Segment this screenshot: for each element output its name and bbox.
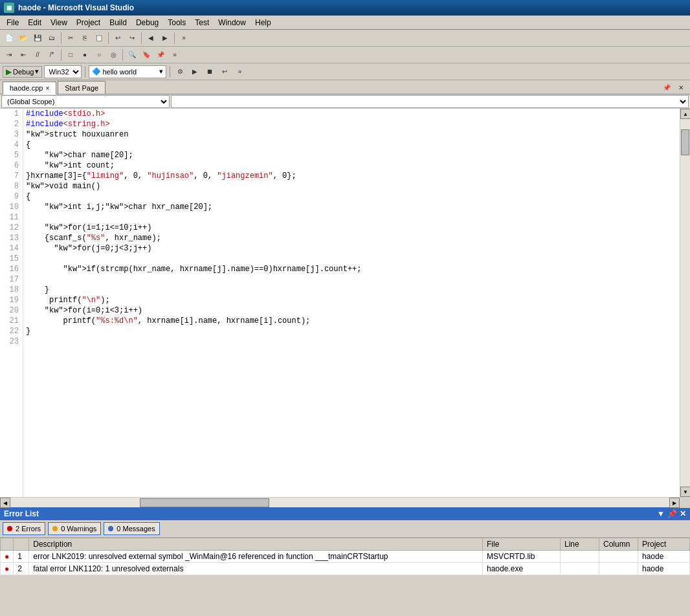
scroll-right-arrow[interactable]: ▶ [669, 498, 680, 508]
col-project[interactable]: Project [638, 538, 690, 551]
sep5 [61, 49, 61, 61]
save-all-button[interactable]: 🗂 [45, 32, 58, 45]
error-num-cell: 2 [14, 563, 29, 575]
table-row[interactable]: ● 2 fatal error LNK1120: 1 unresolved ex… [1, 563, 690, 575]
float-error-panel-button[interactable]: 📌 [667, 509, 677, 518]
function-select[interactable] [171, 95, 689, 108]
title-bar: ▣ haode - Microsoft Visual Studio [0, 0, 690, 16]
toolbar-dbg-btn4[interactable]: ↩ [218, 65, 231, 78]
copy-button[interactable]: ⎘ [78, 32, 91, 45]
sep3 [141, 32, 142, 44]
horizontal-scrollbar[interactable]: ◀ ▶ [0, 497, 690, 507]
platform-select[interactable]: Win32 [44, 65, 82, 78]
tb-bkpt2-btn[interactable]: ○ [93, 49, 106, 61]
new-file-button[interactable]: 📄 [3, 32, 16, 45]
app-icon: ▣ [4, 3, 14, 13]
tb-bkmk2-btn[interactable]: 📌 [154, 49, 167, 61]
toolbar-more[interactable]: » [177, 32, 190, 45]
toolbar-dbg-btn5[interactable]: » [233, 65, 246, 78]
code-content[interactable]: #include<stdio.h>#include<string.h>"kw">… [23, 109, 680, 497]
scope-select[interactable]: (Global Scope) [1, 95, 170, 108]
toolbar-dbg-btn1[interactable]: ⚙ [173, 65, 186, 78]
col-line[interactable]: Line [561, 538, 599, 551]
error-desc-cell: fatal error LNK1120: 1 unresolved extern… [29, 563, 483, 575]
error-desc-cell: error LNK2019: unresolved external symbo… [29, 551, 483, 563]
close-error-panel-button[interactable]: ✕ [680, 509, 686, 518]
pin-error-panel-button[interactable]: ▼ [657, 509, 665, 518]
project-icon: 🔷 [92, 67, 101, 76]
scope-bar: (Global Scope) [0, 94, 690, 109]
menu-window[interactable]: Window [214, 17, 250, 28]
scroll-down-arrow[interactable]: ▼ [680, 487, 690, 497]
menu-test[interactable]: Test [191, 17, 213, 28]
tab-label-start: Start Page [65, 84, 98, 92]
col-file[interactable]: File [483, 538, 561, 551]
col-column[interactable]: Column [599, 538, 638, 551]
project-selector[interactable]: 🔷 hello world ▾ [89, 65, 166, 78]
filter-errors-button[interactable]: 2 Errors [3, 522, 45, 535]
table-row[interactable]: ● 1 error LNK2019: unresolved external s… [1, 551, 690, 563]
save-button[interactable]: 💾 [31, 32, 44, 45]
menu-project[interactable]: Project [72, 17, 104, 28]
error-num-cell: 1 [14, 551, 29, 563]
tb-outdent-btn[interactable]: ⇤ [17, 49, 30, 61]
open-button[interactable]: 📂 [17, 32, 30, 45]
tb-bkmk-btn[interactable]: 🔖 [140, 49, 153, 61]
redo-button[interactable]: ↪ [126, 32, 139, 45]
tab-close-haode[interactable]: × [45, 85, 49, 92]
filter-errors-label: 2 Errors [16, 525, 41, 533]
menu-edit[interactable]: Edit [24, 17, 45, 28]
project-label: hello world [102, 68, 137, 76]
pin-document-button[interactable]: 📌 [660, 81, 673, 94]
vertical-scrollbar[interactable]: ▲ ▼ [680, 109, 690, 497]
paste-button[interactable]: 📋 [93, 32, 106, 45]
menu-debug[interactable]: Debug [132, 17, 162, 28]
menu-file[interactable]: File [3, 17, 23, 28]
scroll-thumb-vertical[interactable] [681, 129, 689, 155]
cut-button[interactable]: ✂ [64, 32, 77, 45]
tb-indent-btn[interactable]: ⇥ [3, 49, 16, 61]
error-line-cell [561, 551, 599, 563]
close-document-button[interactable]: ✕ [674, 81, 687, 94]
tb-bkpt-btn[interactable]: ● [78, 49, 91, 61]
scroll-left-arrow[interactable]: ◀ [0, 498, 10, 508]
debug-dropdown-icon[interactable]: ▾ [35, 67, 39, 76]
menu-tools[interactable]: Tools [164, 17, 190, 28]
navigate-back-button[interactable]: ◀ [144, 32, 157, 45]
project-dropdown-icon[interactable]: ▾ [159, 67, 163, 76]
toolbar-dbg-btn3[interactable]: ⏹ [203, 65, 216, 78]
col-icon [1, 538, 14, 551]
start-debug-button[interactable]: ▶ Debug ▾ [3, 66, 42, 78]
toolbar-dbg-btn2[interactable]: ▶ [188, 65, 201, 78]
tab-label-haode: haode.cpp [10, 84, 43, 92]
tb-search-btn[interactable]: 🔍 [126, 49, 139, 61]
tb-extra-btn[interactable]: » [168, 49, 181, 61]
toolbar-text: ⇥ ⇤ // /* □ ● ○ ◎ 🔍 🔖 📌 » [0, 47, 690, 63]
code-editor: 1234567891011121314151617181920212223 #i… [0, 109, 690, 497]
menu-bar: File Edit View Project Build Debug Tools… [0, 16, 690, 30]
navigate-fwd-button[interactable]: ▶ [159, 32, 172, 45]
error-filter-bar: 2 Errors 0 Warnings 0 Messages [0, 520, 690, 538]
error-file-cell: MSVCRTD.lib [483, 551, 561, 563]
undo-button[interactable]: ↩ [111, 32, 124, 45]
sep4 [174, 32, 175, 44]
debug-label: Debug [13, 68, 34, 76]
filter-warnings-button[interactable]: 0 Warnings [48, 522, 101, 535]
tb-comment-btn[interactable]: // [31, 49, 44, 61]
menu-help[interactable]: Help [251, 17, 275, 28]
tab-start-page[interactable]: Start Page [58, 81, 106, 94]
error-icon-cell: ● [1, 563, 14, 575]
sep6 [122, 49, 123, 61]
menu-view[interactable]: View [47, 17, 71, 28]
col-description[interactable]: Description [29, 538, 483, 551]
tb-box-btn[interactable]: □ [64, 49, 77, 61]
menu-build[interactable]: Build [106, 17, 131, 28]
scroll-up-arrow[interactable]: ▲ [680, 109, 690, 119]
debug-toolbar: ▶ Debug ▾ Win32 🔷 hello world ▾ ⚙ ▶ ⏹ ↩ … [0, 63, 690, 80]
tb-bkpt3-btn[interactable]: ◎ [107, 49, 120, 61]
sep2 [108, 32, 109, 44]
filter-messages-button[interactable]: 0 Messages [104, 522, 159, 535]
tab-haode-cpp[interactable]: haode.cpp × [3, 82, 56, 94]
tb-uncomment-btn[interactable]: /* [45, 49, 58, 61]
filter-messages-label: 0 Messages [117, 525, 155, 533]
